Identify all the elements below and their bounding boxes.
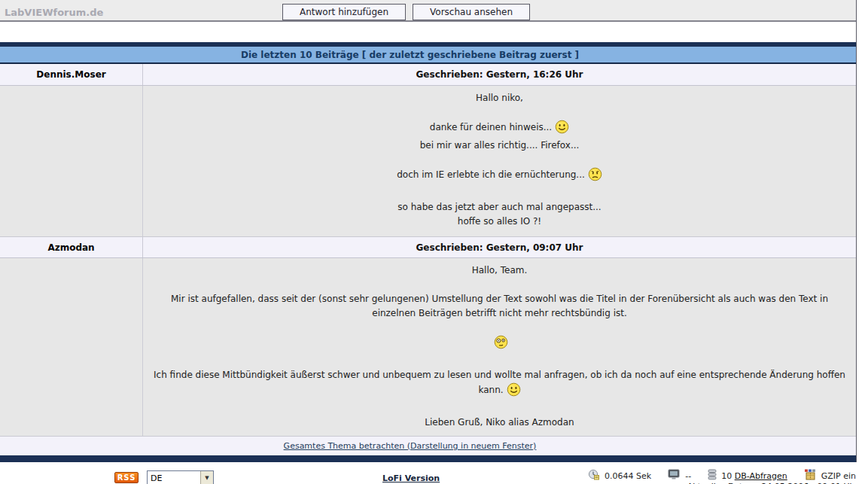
post-text-line: doch im IE erlebte ich die ernüchterung.…: [152, 167, 847, 186]
post-text-line: Hallo, Team.: [152, 263, 847, 278]
posts-container: Dennis.MoserGeschrieben: Gestern, 16:26 …: [0, 64, 856, 437]
database-icon: [708, 469, 717, 482]
post-text-line: Mir ist aufgefallen, dass seit der (sons…: [152, 292, 847, 321]
author-cell: Azmodan: [0, 237, 143, 257]
post-header: Dennis.MoserGeschrieben: Gestern, 16:26 …: [0, 64, 856, 86]
topbar-buttons: Antwort hinzufügen Vorschau ansehen: [282, 4, 530, 20]
server-monitor-icon: [668, 469, 681, 482]
language-select[interactable]: DE ▼: [147, 470, 214, 484]
post-body: Hallo niko, danke für deinen hinweis...b…: [0, 86, 856, 237]
post-text-line: danke für deinen hinweis...: [152, 120, 847, 139]
table-bottom-border: [0, 455, 856, 462]
post-text-line: so habe das jetzt aber auch mal angepass…: [152, 200, 847, 215]
page: LabVIEWforum.de Antwort hinzufügen Vorsc…: [0, 0, 868, 484]
post-text-line: [152, 153, 847, 167]
thread-title: Die letzten 10 Beiträge [ der zuletzt ge…: [241, 50, 579, 60]
post-text-line: [152, 335, 847, 354]
exec-time: 0.0644 Sek: [605, 471, 651, 481]
add-reply-button[interactable]: Antwort hinzufügen: [282, 4, 406, 20]
post-text-line: [152, 321, 847, 335]
smiley-smile-icon: [555, 120, 569, 139]
page-footer: RSS DE ▼ LoFi Version 0.0644 Sek: [0, 462, 868, 484]
gzip-compression-icon: [804, 469, 817, 482]
post-text-line: Hallo niko,: [152, 91, 847, 105]
thread-title-bar: Die letzten 10 Beiträge [ der zuletzt ge…: [0, 47, 856, 64]
post-body-left-cell: [0, 258, 143, 436]
post-text-line: [152, 401, 847, 416]
post-row: Dennis.MoserGeschrieben: Gestern, 16:26 …: [0, 64, 856, 237]
bottom-link-row: Gesamtes Thema betrachten (Darstellung i…: [0, 437, 856, 455]
preview-button[interactable]: Vorschau ansehen: [413, 4, 530, 20]
author-cell: Dennis.Moser: [0, 64, 143, 85]
post-header: AzmodanGeschrieben: Gestern, 09:07 Uhr: [0, 237, 856, 258]
post-body: Hallo, Team. Mir ist aufgefallen, dass s…: [0, 258, 856, 437]
smiley-sad-icon: [588, 167, 602, 186]
gzip-status: GZIP ein: [821, 471, 856, 481]
db-queries: 10 DB-Abfragen: [721, 471, 787, 481]
view-whole-topic-link[interactable]: Gesamtes Thema betrachten (Darstellung i…: [284, 441, 537, 451]
smiley-wacko-icon: [494, 335, 508, 354]
lofi-version-link[interactable]: LoFi Version: [382, 473, 440, 483]
server-load-value: --: [685, 471, 691, 481]
post-text-line: Ich finde diese Mittbündigkeit äußerst s…: [152, 368, 847, 401]
post-date: Geschrieben: Gestern, 16:26 Uhr: [416, 69, 583, 80]
post-text-line: [152, 354, 847, 368]
spacer: [0, 22, 856, 42]
post-text-line: bei mir war alles richtig.... Firefox...: [152, 139, 847, 153]
post-row: AzmodanGeschrieben: Gestern, 09:07 UhrHa…: [0, 237, 856, 437]
main-content-area: LabVIEWforum.de Antwort hinzufügen Vorsc…: [0, 0, 857, 462]
top-bar: LabVIEWforum.de Antwort hinzufügen Vorsc…: [0, 0, 856, 22]
post-date-cell: Geschrieben: Gestern, 09:07 Uhr: [143, 237, 856, 257]
post-text-line: [152, 105, 847, 120]
post-text-line: [152, 186, 847, 200]
author-name: Dennis.Moser: [36, 69, 105, 80]
db-queries-link[interactable]: DB-Abfragen: [735, 471, 787, 481]
post-body-left-cell: [0, 86, 143, 236]
post-content: Hallo niko, danke für deinen hinweis...b…: [143, 86, 856, 236]
clock-icon: [588, 469, 600, 482]
post-text-line: hoffe so alles IO ?!: [152, 215, 847, 229]
post-date-cell: Geschrieben: Gestern, 16:26 Uhr: [143, 64, 856, 85]
site-logo: LabVIEWforum.de: [5, 7, 103, 18]
post-text-line: [152, 278, 847, 292]
smiley-smile-icon: [507, 382, 521, 401]
chevron-down-icon: ▼: [200, 471, 213, 484]
author-name: Azmodan: [47, 242, 94, 253]
performance-info-row: 0.0644 Sek -- 10 DB-Abfragen: [588, 469, 856, 482]
post-content: Hallo, Team. Mir ist aufgefallen, dass s…: [143, 258, 856, 436]
thread-table: Die letzten 10 Beiträge [ der zuletzt ge…: [0, 42, 856, 462]
post-date: Geschrieben: Gestern, 09:07 Uhr: [416, 242, 583, 253]
post-text-line: Lieben Gruß, Niko alias Azmodan: [152, 416, 847, 430]
language-select-value: DE: [148, 471, 200, 484]
rss-badge[interactable]: RSS: [114, 472, 139, 483]
